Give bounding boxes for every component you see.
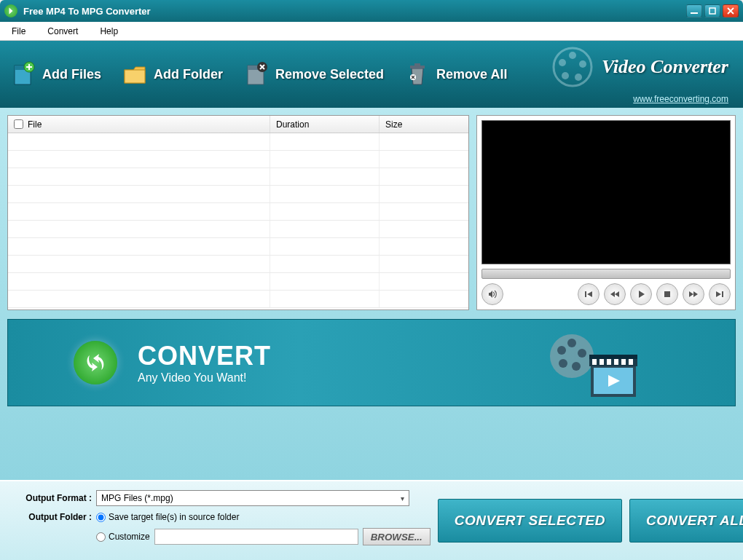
- table-row: [8, 256, 468, 273]
- svg-point-23: [578, 349, 586, 358]
- svg-point-26: [557, 346, 566, 355]
- svg-rect-0: [691, 12, 698, 14]
- brand-title: Video Converter: [602, 56, 728, 78]
- select-all-checkbox[interactable]: [14, 119, 23, 129]
- prev-track-button[interactable]: [578, 283, 599, 305]
- toolbar: Add Files Add Folder Remove Selected Rem…: [0, 41, 743, 108]
- customize-radio[interactable]: Customize: [96, 532, 150, 542]
- source-folder-radio-label: Save target file(s) in source folder: [109, 512, 239, 522]
- convert-all-button[interactable]: CONVERT ALL: [629, 499, 743, 543]
- remove-all-icon: [404, 61, 431, 87]
- banner-title: CONVERT: [138, 341, 271, 371]
- minimize-button[interactable]: [686, 4, 702, 17]
- svg-rect-19: [664, 291, 670, 297]
- remove-selected-button[interactable]: Remove Selected: [243, 61, 384, 87]
- column-file-label: File: [28, 119, 42, 130]
- svg-point-22: [567, 339, 576, 347]
- banner-text: CONVERT Any Video You Want!: [138, 341, 271, 384]
- svg-point-25: [559, 359, 567, 368]
- column-size[interactable]: Size: [380, 116, 468, 133]
- titlebar: Free MP4 To MPG Converter: [0, 0, 743, 22]
- convert-icon: [74, 341, 117, 384]
- menu-convert[interactable]: Convert: [43, 24, 82, 39]
- app-title: Free MP4 To MPG Converter: [23, 6, 686, 17]
- table-row: [8, 238, 468, 256]
- svg-point-24: [572, 362, 581, 371]
- add-files-icon: [10, 61, 36, 87]
- play-button[interactable]: [630, 283, 652, 305]
- file-list-header: File Duration Size: [8, 116, 468, 133]
- svg-rect-33: [607, 359, 611, 365]
- table-row: [8, 151, 468, 168]
- add-folder-label: Add Folder: [154, 67, 223, 82]
- forward-button[interactable]: [683, 283, 704, 305]
- remove-all-button[interactable]: Remove All: [404, 61, 507, 87]
- column-file[interactable]: File: [8, 116, 270, 133]
- customize-path-input[interactable]: [154, 529, 358, 545]
- menu-file[interactable]: File: [7, 24, 30, 39]
- output-settings: Output Format : MPG Files (*.mpg) Output…: [10, 490, 431, 551]
- remove-all-label: Remove All: [436, 67, 507, 82]
- add-folder-icon: [122, 61, 148, 87]
- output-format-label: Output Format :: [10, 493, 92, 503]
- output-format-select[interactable]: MPG Files (*.mpg): [96, 490, 409, 506]
- output-format-value: MPG Files (*.mpg): [101, 493, 173, 503]
- svg-rect-20: [722, 291, 723, 297]
- video-preview[interactable]: [481, 120, 731, 264]
- close-button[interactable]: [723, 4, 739, 17]
- svg-rect-9: [410, 66, 425, 68]
- table-row: [8, 273, 468, 291]
- customize-radio-input[interactable]: [96, 532, 106, 542]
- volume-button[interactable]: [481, 283, 503, 305]
- next-track-button[interactable]: [709, 283, 731, 305]
- banner-subtitle: Any Video You Want!: [138, 371, 271, 384]
- banner-art: [546, 327, 648, 400]
- stop-button[interactable]: [656, 283, 678, 305]
- menu-help[interactable]: Help: [95, 24, 122, 39]
- maximize-button[interactable]: [704, 4, 720, 17]
- work-area: File Duration Size: [0, 108, 743, 480]
- table-row: [8, 291, 468, 308]
- window-buttons: [686, 4, 739, 17]
- customize-radio-label: Customize: [109, 532, 150, 542]
- svg-rect-30: [589, 355, 637, 359]
- output-folder-label: Output Folder :: [10, 512, 92, 522]
- svg-rect-32: [599, 359, 604, 365]
- progress-bar[interactable]: [481, 269, 731, 279]
- file-list-rows[interactable]: [8, 133, 468, 309]
- brand-area: Video Converter: [551, 45, 728, 89]
- svg-rect-10: [414, 63, 420, 66]
- source-folder-radio[interactable]: Save target file(s) in source folder: [96, 512, 239, 522]
- svg-rect-36: [629, 359, 633, 365]
- app-icon: [4, 4, 17, 17]
- convert-banner[interactable]: CONVERT Any Video You Want!: [7, 319, 736, 406]
- column-duration[interactable]: Duration: [270, 116, 380, 133]
- svg-point-15: [575, 74, 582, 81]
- bottom-panel: Output Format : MPG Files (*.mpg) Output…: [0, 480, 743, 560]
- player-controls: [481, 283, 731, 305]
- table-row: [8, 203, 468, 221]
- menu-bar: File Convert Help: [0, 22, 743, 41]
- svg-rect-18: [585, 291, 586, 297]
- svg-point-14: [579, 60, 586, 68]
- svg-rect-35: [621, 359, 626, 365]
- rewind-button[interactable]: [604, 283, 626, 305]
- svg-point-16: [562, 72, 569, 79]
- browse-button[interactable]: BROWSE...: [363, 528, 431, 545]
- brand-link[interactable]: www.freeconverting.com: [633, 94, 728, 104]
- convert-selected-button[interactable]: CONVERT SELECTED: [438, 499, 622, 543]
- add-files-button[interactable]: Add Files: [10, 61, 101, 87]
- remove-selected-icon: [243, 61, 270, 87]
- film-reel-icon: [551, 45, 594, 89]
- source-folder-radio-input[interactable]: [96, 513, 106, 522]
- table-row: [8, 168, 468, 186]
- svg-rect-5: [125, 70, 145, 83]
- svg-rect-31: [592, 359, 597, 365]
- svg-point-13: [569, 52, 576, 59]
- file-list: File Duration Size: [7, 115, 469, 310]
- add-folder-button[interactable]: Add Folder: [122, 61, 223, 87]
- svg-rect-34: [614, 359, 618, 365]
- table-row: [8, 186, 468, 203]
- table-row: [8, 133, 468, 151]
- add-files-label: Add Files: [42, 67, 101, 82]
